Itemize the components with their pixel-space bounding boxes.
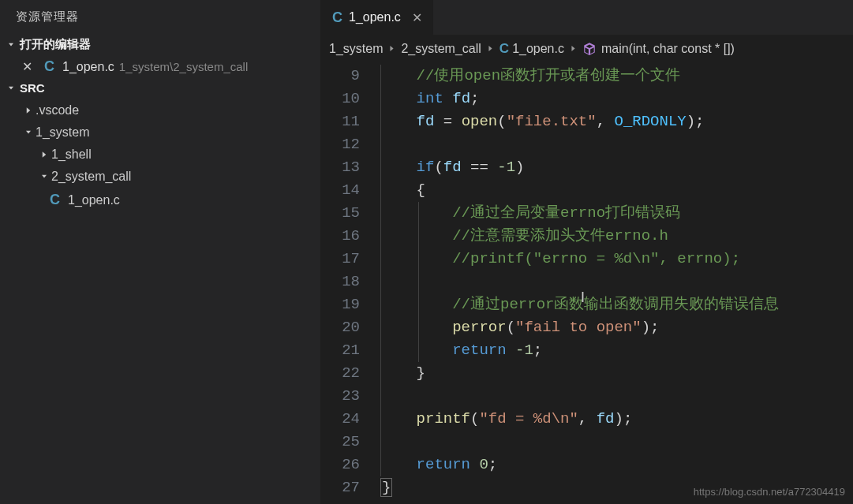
explorer-title: 资源管理器: [0, 0, 320, 34]
src-label: SRC: [20, 81, 45, 95]
tree-label: 2_system_call: [51, 170, 131, 184]
line-number: 13: [321, 156, 360, 179]
c-file-icon: C: [332, 9, 342, 26]
open-editors-label: 打开的编辑器: [20, 37, 91, 52]
tree-label: 1_system: [36, 125, 89, 140]
breadcrumb-symbol[interactable]: main(int, char const * []): [582, 42, 735, 56]
line-number: 18: [321, 271, 360, 293]
breadcrumb-item[interactable]: 2_system_call: [401, 42, 481, 56]
chevron-right-icon: [22, 104, 35, 117]
c-file-icon: C: [44, 58, 54, 75]
chevron-right-icon: [569, 42, 578, 56]
chevron-right-icon: [486, 42, 495, 56]
code-content[interactable]: //使用open函数打开或者创建一个文件 int fd; fd = open("…: [380, 63, 853, 504]
chevron-down-icon: [5, 82, 17, 95]
chevron-down-icon: [22, 126, 35, 139]
editor-main: C 1_open.c ✕ 1_system 2_system_call C 1_…: [321, 0, 853, 504]
tree-label: 1_open.c: [68, 193, 120, 207]
breadcrumb-item[interactable]: 1_system: [329, 42, 383, 56]
tree-folder-vscode[interactable]: .vscode: [0, 99, 320, 121]
c-file-icon: C: [499, 41, 509, 57]
line-number: 23: [321, 385, 360, 408]
open-editor-item[interactable]: ✕ C 1_open.c 1_system\2_system_call: [0, 55, 320, 78]
open-editor-filename: 1_open.c: [62, 60, 114, 74]
tree-folder-shell[interactable]: 1_shell: [0, 144, 320, 166]
src-section[interactable]: SRC: [0, 78, 320, 98]
line-number: 11: [321, 110, 360, 133]
line-number: 21: [321, 339, 360, 362]
line-number: 22: [321, 362, 360, 385]
tree-label: 1_shell: [51, 147, 92, 162]
chevron-right-icon: [38, 148, 51, 161]
line-number: 9: [321, 65, 360, 88]
tab-label: 1_open.c: [349, 10, 401, 24]
open-editors-section[interactable]: 打开的编辑器: [0, 34, 320, 55]
line-number: 19: [321, 293, 360, 316]
c-file-icon: C: [50, 192, 60, 208]
line-number: 25: [321, 431, 360, 454]
close-icon[interactable]: ✕: [22, 59, 35, 74]
close-icon[interactable]: ✕: [412, 10, 422, 25]
line-number: 15: [321, 202, 360, 225]
breadcrumb-symbol-label: main(int, char const * []): [601, 42, 735, 56]
watermark: https://blog.csdn.net/a772304419: [694, 486, 845, 498]
cube-icon: [582, 42, 597, 56]
open-editor-path: 1_system\2_system_call: [119, 60, 248, 73]
file-tree: .vscode 1_system 1_shell 2_system_call C: [0, 98, 320, 212]
line-number: 17: [321, 248, 360, 271]
line-number: 14: [321, 179, 360, 202]
breadcrumb-item[interactable]: 1_open.c: [512, 42, 564, 56]
tab-openc[interactable]: C 1_open.c ✕: [321, 0, 434, 35]
code-editor[interactable]: 9 10 11 12 13 14 15 16 17 18 19 20 21 22…: [321, 63, 853, 504]
chevron-down-icon: [38, 170, 51, 183]
tree-folder-syscall[interactable]: 2_system_call: [0, 166, 320, 188]
line-number: 26: [321, 454, 360, 476]
explorer-sidebar: 资源管理器 打开的编辑器 ✕ C 1_open.c 1_system\2_sys…: [0, 0, 321, 504]
chevron-down-icon: [5, 39, 17, 51]
chevron-right-icon: [387, 42, 396, 56]
tree-file-openc[interactable]: C 1_open.c: [0, 188, 320, 212]
line-number: 27: [321, 476, 360, 499]
line-gutter: 9 10 11 12 13 14 15 16 17 18 19 20 21 22…: [321, 63, 380, 504]
breadcrumb[interactable]: 1_system 2_system_call C 1_open.c main(i…: [321, 35, 853, 63]
line-number: 16: [321, 225, 360, 248]
line-number: 24: [321, 408, 360, 431]
line-number: 12: [321, 133, 360, 156]
line-number: 10: [321, 88, 360, 110]
line-number: 20: [321, 316, 360, 339]
tab-bar: C 1_open.c ✕: [321, 0, 853, 35]
tree-folder-system[interactable]: 1_system: [0, 121, 320, 144]
tree-label: .vscode: [36, 103, 79, 118]
